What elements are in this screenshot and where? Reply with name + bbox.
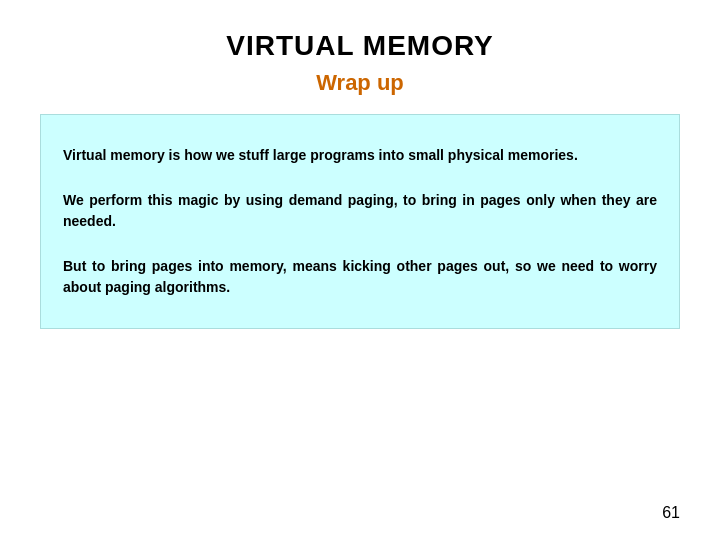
paragraph-2: We perform this magic by using demand pa…: [63, 178, 657, 244]
paragraph-1: Virtual memory is how we stuff large pro…: [63, 133, 657, 178]
subtitle: Wrap up: [316, 70, 404, 96]
content-box: Virtual memory is how we stuff large pro…: [40, 114, 680, 329]
paragraph-3: But to bring pages into memory, means ki…: [63, 244, 657, 310]
page-container: VIRTUAL MEMORY Wrap up Virtual memory is…: [0, 0, 720, 540]
page-number: 61: [662, 504, 680, 522]
main-title: VIRTUAL MEMORY: [226, 30, 494, 62]
